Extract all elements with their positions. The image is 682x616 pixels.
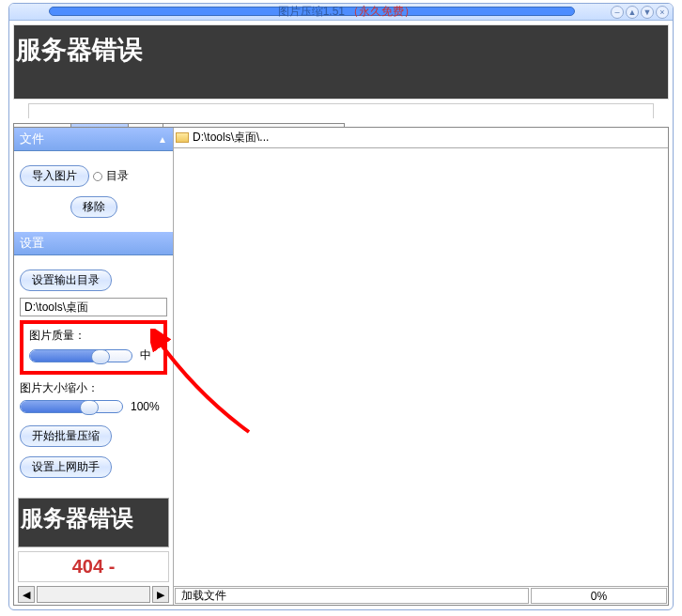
file-panel-title: 文件	[20, 131, 44, 147]
top-error-banner: 服务器错误	[13, 24, 669, 100]
quality-slider[interactable]	[29, 349, 132, 362]
start-compress-button[interactable]: 开始批量压缩	[20, 425, 112, 447]
status-percent: 0%	[531, 588, 667, 604]
output-dir-button[interactable]: 设置输出目录	[20, 270, 112, 291]
import-button[interactable]: 导入图片	[20, 165, 89, 187]
quality-value: 中	[140, 347, 151, 363]
titlebar[interactable]: 图片压缩1.51 （永久免费） – ▲ ▼ ×	[9, 4, 673, 21]
collapse-icon[interactable]: ▲	[158, 134, 167, 145]
status-label: 加载文件	[175, 588, 529, 604]
settings-panel-header[interactable]: 设置	[14, 232, 173, 255]
scroll-right-icon[interactable]: ▶	[152, 586, 169, 603]
error-heading: 服务器错误	[16, 33, 143, 67]
preview-canvas	[174, 148, 668, 586]
dir-label: 目录	[106, 168, 129, 184]
settings-panel-body: 设置输出目录 图片质量： 中 图片大小缩小：	[14, 255, 173, 492]
scroll-left-icon[interactable]: ◀	[18, 586, 35, 603]
sidebar-hscroll[interactable]: ◀ ▶	[18, 586, 169, 603]
app-window: 图片压缩1.51 （永久免费） – ▲ ▼ × 服务器错误 图片处理 批量压缩 …	[8, 3, 674, 610]
dir-radio[interactable]	[93, 172, 102, 181]
size-label: 图片大小缩小：	[20, 380, 167, 396]
quality-highlight: 图片质量： 中	[20, 320, 167, 375]
file-panel-body: 导入图片 目录 移除	[14, 151, 173, 232]
sidebar: 文件 ▲ 导入图片 目录 移除 设置 设置输出目录	[14, 128, 174, 605]
error-subframe	[28, 103, 654, 118]
status-bar: 加载文件 0%	[174, 586, 668, 605]
size-value: 100%	[131, 400, 160, 413]
remove-button[interactable]: 移除	[70, 196, 117, 218]
helper-button[interactable]: 设置上网助手	[20, 456, 112, 478]
window-title: 图片压缩1.51 （永久免费）	[15, 4, 674, 20]
folder-icon	[176, 132, 189, 143]
file-panel-header[interactable]: 文件 ▲	[14, 128, 173, 151]
settings-panel-title: 设置	[20, 235, 44, 252]
scroll-track[interactable]	[37, 586, 150, 603]
main-area: D:\tools\桌面\... 加载文件 0%	[174, 128, 668, 605]
ad-error-block: 服务器错误	[18, 498, 169, 547]
path-text[interactable]: D:\tools\桌面\...	[193, 130, 269, 146]
output-path-field[interactable]	[20, 298, 167, 316]
ad-404-block: 404 -	[18, 551, 169, 582]
content-area: 文件 ▲ 导入图片 目录 移除 设置 设置输出目录	[13, 127, 669, 606]
quality-label: 图片质量：	[29, 328, 158, 344]
path-bar: D:\tools\桌面\...	[174, 128, 668, 148]
size-slider[interactable]	[20, 400, 123, 413]
